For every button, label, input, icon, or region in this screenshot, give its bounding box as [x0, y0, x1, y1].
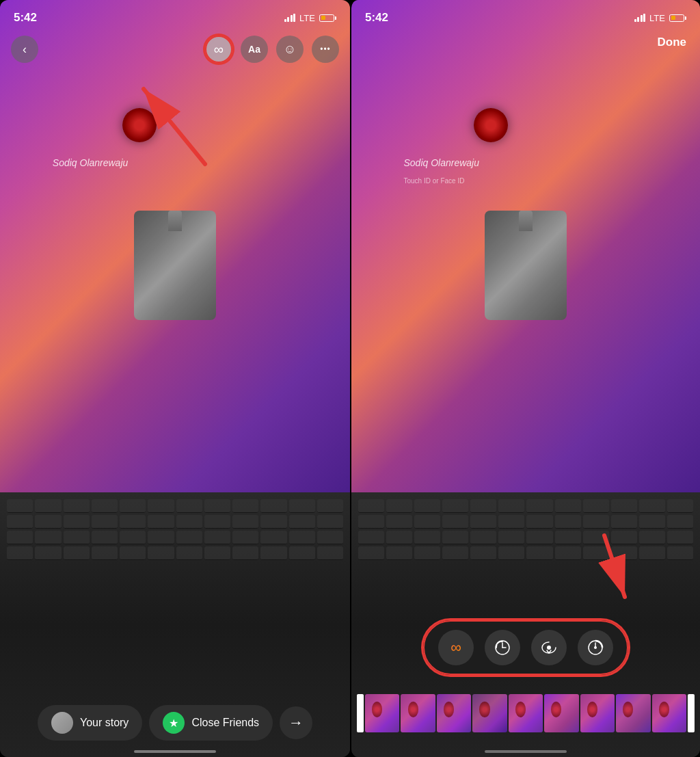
more-button[interactable]: ••• — [312, 36, 339, 63]
your-story-label: Your story — [80, 717, 129, 729]
bottom-action-bar: Your story ★ Close Friends → — [0, 705, 350, 741]
filmstrip-left-bracket — [357, 694, 364, 732]
back-button[interactable]: ‹ — [11, 36, 38, 63]
right-time: 5:42 — [365, 11, 388, 25]
svg-point-10 — [594, 646, 597, 649]
slowmo-icon — [494, 639, 511, 656]
right-signal-icon — [634, 14, 646, 22]
left-home-indicator — [134, 750, 216, 753]
right-lte-label: LTE — [649, 13, 665, 23]
boomerang-infinity-option[interactable]: ∞ — [438, 630, 474, 665]
duo-icon — [587, 639, 604, 656]
left-toolbar: ‹ ∞ Aa ☺ ••• — [0, 30, 350, 68]
green-star-icon: ★ — [163, 712, 185, 734]
left-bg: Sodiq Olanrewaju — [0, 0, 350, 757]
right-phone-stand — [485, 211, 567, 320]
filmstrip — [357, 691, 695, 735]
next-button[interactable]: → — [280, 706, 312, 739]
echo-icon — [540, 639, 558, 656]
film-frame-2 — [401, 694, 435, 732]
right-status-icons: LTE — [634, 13, 686, 23]
right-mac-desktop-bg: Sodiq Olanrewaju Touch ID or Face ID — [351, 0, 700, 492]
close-friends-button[interactable]: ★ Close Friends — [149, 705, 273, 741]
mac-desktop-bg: Sodiq Olanrewaju — [0, 0, 350, 492]
film-frame-5 — [509, 694, 543, 732]
boomerang-button[interactable]: ∞ — [205, 36, 232, 63]
right-status-bar: 5:42 LTE — [351, 0, 700, 30]
text-icon: Aa — [248, 44, 260, 55]
filmstrip-right-bracket — [688, 694, 695, 732]
left-phone-panel: Sodiq Olanrewaju 5:42 — [0, 0, 350, 757]
more-icon: ••• — [320, 44, 331, 54]
boomerang-duo-option[interactable] — [578, 630, 613, 665]
right-rose-sticker — [474, 108, 508, 142]
film-frame-4 — [472, 694, 507, 732]
left-status-icons: LTE — [284, 13, 336, 23]
boomerang-slowmo-option[interactable] — [485, 630, 520, 665]
keyboard-texture — [0, 492, 350, 567]
film-frame-3 — [437, 694, 471, 732]
boomerang-options-bar: ∞ — [423, 620, 628, 675]
left-time: 5:42 — [14, 11, 37, 25]
done-button[interactable]: Done — [658, 36, 687, 49]
svg-point-7 — [547, 646, 551, 650]
boomerang-echo-option[interactable] — [531, 630, 567, 665]
film-frame-1 — [365, 694, 399, 732]
your-story-button[interactable]: Your story — [38, 705, 142, 741]
lte-label: LTE — [299, 13, 315, 23]
boomerang-infinity-icon: ∞ — [450, 639, 461, 656]
close-friends-label: Close Friends — [191, 717, 259, 729]
film-frame-6 — [544, 694, 578, 732]
left-status-bar: 5:42 LTE — [0, 0, 350, 30]
sticker-button[interactable]: ☺ — [276, 36, 304, 63]
text-button[interactable]: Aa — [241, 36, 268, 63]
film-frame-9 — [652, 694, 686, 732]
battery-icon — [319, 14, 336, 22]
right-battery-icon — [669, 14, 686, 22]
film-frame-8 — [616, 694, 650, 732]
right-username-overlay: Sodiq Olanrewaju — [404, 157, 480, 168]
signal-icon — [284, 14, 296, 22]
back-icon: ‹ — [23, 42, 27, 57]
right-home-indicator — [485, 750, 567, 753]
right-keyboard-texture — [351, 492, 700, 567]
sticker-icon: ☺ — [284, 42, 296, 57]
phone-stand — [134, 211, 216, 320]
next-icon: → — [288, 714, 304, 732]
right-subtitle-overlay: Touch ID or Face ID — [404, 177, 465, 185]
infinity-icon: ∞ — [214, 42, 224, 57]
rose-sticker — [122, 108, 157, 142]
right-phone-panel: Sodiq Olanrewaju Touch ID or Face ID — [350, 0, 700, 757]
story-avatar — [51, 712, 73, 734]
film-frame-7 — [580, 694, 615, 732]
username-overlay: Sodiq Olanrewaju — [53, 157, 129, 168]
